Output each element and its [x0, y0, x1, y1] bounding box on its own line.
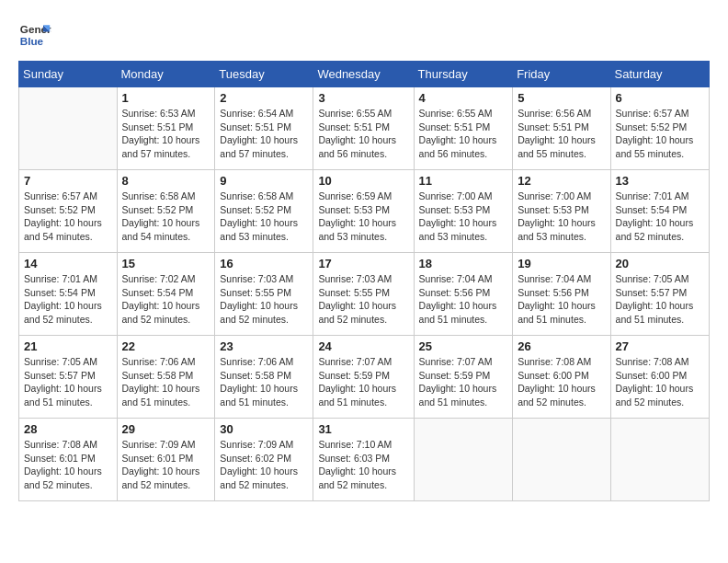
day-cell: 23Sunrise: 7:06 AM Sunset: 5:58 PM Dayli…	[215, 336, 313, 419]
day-info: Sunrise: 6:57 AM Sunset: 5:52 PM Dayligh…	[24, 190, 112, 244]
day-info: Sunrise: 7:06 AM Sunset: 5:58 PM Dayligh…	[122, 355, 210, 409]
day-info: Sunrise: 6:56 AM Sunset: 5:51 PM Dayligh…	[518, 107, 605, 161]
day-info: Sunrise: 7:00 AM Sunset: 5:53 PM Dayligh…	[419, 190, 508, 244]
day-cell	[19, 87, 118, 170]
day-number: 28	[24, 422, 112, 436]
day-cell: 16Sunrise: 7:03 AM Sunset: 5:55 PM Dayli…	[215, 253, 313, 336]
day-number: 1	[122, 91, 210, 105]
day-info: Sunrise: 7:04 AM Sunset: 5:56 PM Dayligh…	[419, 272, 508, 327]
day-cell: 18Sunrise: 7:04 AM Sunset: 5:56 PM Dayli…	[414, 253, 513, 336]
day-number: 25	[419, 339, 508, 353]
day-cell	[513, 419, 610, 501]
logo: General Blue	[18, 18, 51, 52]
day-number: 20	[616, 257, 704, 270]
day-cell: 7Sunrise: 6:57 AM Sunset: 5:52 PM Daylig…	[19, 170, 118, 253]
day-number: 13	[616, 174, 704, 188]
day-info: Sunrise: 7:07 AM Sunset: 5:59 PM Dayligh…	[419, 355, 508, 409]
day-cell: 20Sunrise: 7:05 AM Sunset: 5:57 PM Dayli…	[610, 253, 709, 336]
day-number: 29	[122, 422, 210, 436]
weekday-header-row: SundayMondayTuesdayWednesdayThursdayFrid…	[19, 62, 710, 87]
day-cell: 2Sunrise: 6:54 AM Sunset: 5:51 PM Daylig…	[215, 87, 313, 170]
day-number: 16	[220, 257, 308, 270]
page-header: General Blue	[18, 18, 710, 52]
day-info: Sunrise: 6:58 AM Sunset: 5:52 PM Dayligh…	[220, 190, 308, 244]
day-info: Sunrise: 6:59 AM Sunset: 5:53 PM Dayligh…	[318, 190, 408, 244]
day-number: 8	[122, 174, 210, 188]
week-row-4: 21Sunrise: 7:05 AM Sunset: 5:57 PM Dayli…	[19, 336, 710, 419]
day-cell: 29Sunrise: 7:09 AM Sunset: 6:01 PM Dayli…	[117, 419, 215, 501]
day-number: 10	[318, 174, 408, 188]
day-cell	[610, 419, 709, 501]
day-cell: 9Sunrise: 6:58 AM Sunset: 5:52 PM Daylig…	[215, 170, 313, 253]
day-cell: 30Sunrise: 7:09 AM Sunset: 6:02 PM Dayli…	[215, 419, 313, 501]
day-info: Sunrise: 7:08 AM Sunset: 6:00 PM Dayligh…	[518, 355, 605, 409]
day-info: Sunrise: 6:54 AM Sunset: 5:51 PM Dayligh…	[220, 107, 308, 161]
day-number: 2	[220, 91, 308, 105]
day-info: Sunrise: 7:09 AM Sunset: 6:02 PM Dayligh…	[220, 438, 308, 492]
day-info: Sunrise: 7:00 AM Sunset: 5:53 PM Dayligh…	[518, 190, 605, 244]
day-number: 30	[220, 422, 308, 436]
day-number: 18	[419, 257, 508, 270]
day-cell: 11Sunrise: 7:00 AM Sunset: 5:53 PM Dayli…	[414, 170, 513, 253]
day-cell: 13Sunrise: 7:01 AM Sunset: 5:54 PM Dayli…	[610, 170, 709, 253]
day-info: Sunrise: 7:06 AM Sunset: 5:58 PM Dayligh…	[220, 355, 308, 409]
weekday-wednesday: Wednesday	[313, 62, 414, 87]
day-info: Sunrise: 7:08 AM Sunset: 6:01 PM Dayligh…	[24, 438, 112, 492]
day-number: 23	[220, 339, 308, 353]
weekday-saturday: Saturday	[610, 62, 709, 87]
day-cell: 8Sunrise: 6:58 AM Sunset: 5:52 PM Daylig…	[117, 170, 215, 253]
day-cell: 21Sunrise: 7:05 AM Sunset: 5:57 PM Dayli…	[19, 336, 118, 419]
day-info: Sunrise: 7:07 AM Sunset: 5:59 PM Dayligh…	[318, 355, 408, 409]
weekday-thursday: Thursday	[414, 62, 513, 87]
day-info: Sunrise: 7:01 AM Sunset: 5:54 PM Dayligh…	[24, 272, 112, 327]
day-cell: 25Sunrise: 7:07 AM Sunset: 5:59 PM Dayli…	[414, 336, 513, 419]
day-number: 9	[220, 174, 308, 188]
day-info: Sunrise: 7:05 AM Sunset: 5:57 PM Dayligh…	[24, 355, 112, 409]
day-cell: 28Sunrise: 7:08 AM Sunset: 6:01 PM Dayli…	[19, 419, 118, 501]
weekday-tuesday: Tuesday	[215, 62, 313, 87]
day-cell: 4Sunrise: 6:55 AM Sunset: 5:51 PM Daylig…	[414, 87, 513, 170]
day-info: Sunrise: 7:04 AM Sunset: 5:56 PM Dayligh…	[518, 272, 605, 327]
day-cell: 6Sunrise: 6:57 AM Sunset: 5:52 PM Daylig…	[610, 87, 709, 170]
weekday-monday: Monday	[117, 62, 215, 87]
day-info: Sunrise: 6:55 AM Sunset: 5:51 PM Dayligh…	[419, 107, 508, 161]
day-number: 11	[419, 174, 508, 188]
day-info: Sunrise: 7:03 AM Sunset: 5:55 PM Dayligh…	[318, 272, 408, 327]
day-info: Sunrise: 7:02 AM Sunset: 5:54 PM Dayligh…	[122, 272, 210, 327]
svg-text:Blue: Blue	[20, 35, 44, 47]
day-cell	[414, 419, 513, 501]
day-cell: 1Sunrise: 6:53 AM Sunset: 5:51 PM Daylig…	[117, 87, 215, 170]
day-info: Sunrise: 6:55 AM Sunset: 5:51 PM Dayligh…	[318, 107, 408, 161]
day-cell: 12Sunrise: 7:00 AM Sunset: 5:53 PM Dayli…	[513, 170, 610, 253]
week-row-5: 28Sunrise: 7:08 AM Sunset: 6:01 PM Dayli…	[19, 419, 710, 501]
day-cell: 17Sunrise: 7:03 AM Sunset: 5:55 PM Dayli…	[313, 253, 414, 336]
day-number: 6	[616, 91, 704, 105]
day-number: 14	[24, 257, 112, 270]
day-number: 27	[616, 339, 704, 353]
calendar-table: SundayMondayTuesdayWednesdayThursdayFrid…	[18, 61, 710, 501]
day-cell: 15Sunrise: 7:02 AM Sunset: 5:54 PM Dayli…	[117, 253, 215, 336]
day-number: 24	[318, 339, 408, 353]
week-row-1: 1Sunrise: 6:53 AM Sunset: 5:51 PM Daylig…	[19, 87, 710, 170]
day-cell: 27Sunrise: 7:08 AM Sunset: 6:00 PM Dayli…	[610, 336, 709, 419]
day-cell: 5Sunrise: 6:56 AM Sunset: 5:51 PM Daylig…	[513, 87, 610, 170]
week-row-3: 14Sunrise: 7:01 AM Sunset: 5:54 PM Dayli…	[19, 253, 710, 336]
day-info: Sunrise: 7:03 AM Sunset: 5:55 PM Dayligh…	[220, 272, 308, 327]
day-cell: 10Sunrise: 6:59 AM Sunset: 5:53 PM Dayli…	[313, 170, 414, 253]
day-cell: 14Sunrise: 7:01 AM Sunset: 5:54 PM Dayli…	[19, 253, 118, 336]
day-cell: 3Sunrise: 6:55 AM Sunset: 5:51 PM Daylig…	[313, 87, 414, 170]
day-number: 31	[318, 422, 408, 436]
weekday-friday: Friday	[513, 62, 610, 87]
day-number: 4	[419, 91, 508, 105]
day-info: Sunrise: 6:53 AM Sunset: 5:51 PM Dayligh…	[122, 107, 210, 161]
day-number: 3	[318, 91, 408, 105]
day-number: 22	[122, 339, 210, 353]
day-number: 26	[518, 339, 605, 353]
day-info: Sunrise: 7:10 AM Sunset: 6:03 PM Dayligh…	[318, 438, 408, 492]
day-number: 7	[24, 174, 112, 188]
day-number: 15	[122, 257, 210, 270]
week-row-2: 7Sunrise: 6:57 AM Sunset: 5:52 PM Daylig…	[19, 170, 710, 253]
day-cell: 22Sunrise: 7:06 AM Sunset: 5:58 PM Dayli…	[117, 336, 215, 419]
day-number: 5	[518, 91, 605, 105]
day-info: Sunrise: 7:08 AM Sunset: 6:00 PM Dayligh…	[616, 355, 704, 409]
